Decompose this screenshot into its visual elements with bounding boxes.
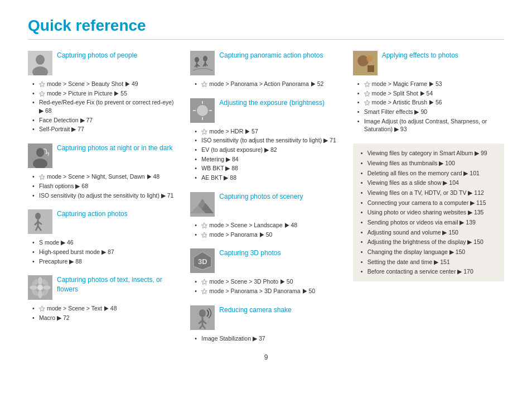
list-item: ⚝ mode > Scene > Landscape ▶ 48 (195, 221, 341, 229)
section-exposure: Adjusting the exposure (brightness) ⚝ mo… (190, 98, 341, 182)
svg-point-24 (195, 57, 199, 63)
section-people-items: ⚝ mode > Scene > Beauty Shot ▶ 49 ⚝ mode… (28, 80, 179, 133)
section-exposure-items: ⚝ mode > HDR ▶ 57 ISO sensitivity (to ad… (190, 127, 341, 182)
svg-point-14 (37, 285, 43, 290)
list-item: ⚝ mode > Scene > Beauty Shot ▶ 49 (32, 80, 179, 88)
section-3d-title: Capturing 3D photos (219, 248, 280, 258)
list-item: Viewing files as a slide show ▶ 104 (361, 179, 496, 187)
list-item: AE BKT ▶ 88 (195, 174, 341, 182)
section-3d-thumb: 3D (190, 248, 215, 273)
list-item: Deleting all files on the memory card ▶ … (361, 169, 496, 178)
list-item: Adjusting the brightness of the display … (361, 238, 496, 246)
section-effects-header: Applying effects to photos (353, 51, 504, 75)
info-box-list: Viewing files by category in Smart Album… (361, 149, 496, 276)
list-item: ⚝ mode > Panorama > 3D Panorama ▶ 50 (195, 287, 341, 295)
list-item: ⚝ mode > Scene > Night, Sunset, Dawn ▶ 4… (32, 173, 179, 181)
list-item: Viewing files on a TV, HDTV, or 3D TV ▶ … (361, 189, 496, 197)
svg-point-28 (203, 56, 207, 61)
section-shake: Reducing camera shake Image Stabilizatio… (190, 305, 341, 343)
list-item: ⚝ mode > Artistic Brush ▶ 56 (357, 98, 504, 107)
list-item: Viewing files as thumbnails ▶ 100 (361, 159, 496, 168)
section-3d: 3D Capturing 3D photos ⚝ mode > Scene > … (190, 248, 341, 295)
page-number: 9 (28, 353, 504, 361)
section-pano-header: Capturing panoramic action photos (190, 51, 341, 75)
section-effects-thumb (353, 51, 378, 75)
svg-rect-23 (190, 51, 215, 75)
section-night-title: Capturing photos at night or in the dark (57, 143, 172, 153)
list-item: Connecting your camera to a computer ▶ 1… (361, 199, 496, 207)
content-area: Capturing photos of people ⚝ mode > Scen… (28, 51, 504, 342)
list-item: Precapture ▶ 88 (32, 257, 179, 266)
section-pano: Capturing panoramic action photos ⚝ mode… (190, 51, 341, 88)
section-scenery-items: ⚝ mode > Scene > Landscape ▶ 48 ⚝ mode >… (190, 221, 341, 238)
column-1: Capturing photos of people ⚝ mode > Scen… (28, 51, 179, 322)
section-scenery-header: Capturing photos of scenery (190, 192, 341, 217)
section-flowers-header: Capturing photos of text, insects, or fl… (28, 275, 179, 300)
list-item: Red-eye/Red-eye Fix (to prevent or corre… (32, 98, 179, 114)
svg-point-18 (43, 285, 51, 290)
list-item: ⚝ mode > Scene > Text ▶ 48 (32, 304, 179, 313)
section-scenery: Capturing photos of scenery ⚝ mode > Sce… (190, 192, 341, 238)
list-item: Image Adjust (to adjust Contrast, Sharpn… (357, 117, 504, 133)
section-night: Capturing photos at night or in the dark… (28, 143, 179, 199)
list-item: High-speed burst mode ▶ 87 (32, 248, 179, 256)
section-pano-thumb (190, 51, 215, 75)
title-divider (28, 39, 504, 40)
list-item: Viewing files by category in Smart Album… (361, 149, 496, 157)
section-exposure-header: Adjusting the exposure (brightness) (190, 98, 341, 123)
list-item: Smart Filter effects ▶ 90 (357, 108, 504, 116)
svg-point-16 (38, 290, 42, 298)
section-shake-header: Reducing camera shake (190, 305, 341, 330)
list-item: ⚝ mode > Panorama > Action Panorama ▶ 52 (195, 80, 341, 88)
list-item: ISO sensitivity (to adjust the sensitivi… (195, 136, 341, 145)
section-people-title: Capturing photos of people (57, 51, 137, 60)
section-shake-title: Reducing camera shake (219, 305, 291, 315)
svg-text:3D: 3D (198, 257, 207, 266)
list-item: Face Detection ▶ 77 (32, 116, 179, 125)
list-item: ⚝ mode > Scene > 3D Photo ▶ 50 (195, 277, 341, 286)
list-item: WB BKT ▶ 88 (195, 164, 341, 173)
section-people-header: Capturing photos of people (28, 51, 179, 75)
section-flowers-title: Capturing photos of text, insects, or fl… (57, 275, 179, 294)
section-action-thumb (28, 209, 52, 234)
list-item: ⚝ mode > HDR ▶ 57 (195, 127, 341, 136)
section-shake-thumb (190, 305, 215, 330)
section-night-header: Capturing photos at night or in the dark (28, 143, 179, 168)
list-item: Using photo or video sharing websites ▶ … (361, 208, 496, 217)
section-people-thumb (28, 51, 52, 75)
section-3d-header: 3D Capturing 3D photos (190, 248, 341, 273)
page-title: Quick reference (28, 17, 504, 35)
section-action-title: Capturing action photos (57, 209, 128, 219)
list-item: ⚝ mode > Magic Frame ▶ 53 (357, 80, 504, 88)
section-pano-title: Capturing panoramic action photos (219, 51, 323, 60)
svg-point-55 (366, 55, 373, 62)
list-item: Image Stabilization ▶ 37 (195, 334, 341, 343)
section-night-thumb (28, 143, 52, 168)
section-people: Capturing photos of people ⚝ mode > Scen… (28, 51, 179, 133)
list-item: Adjusting sound and volume ▶ 150 (361, 228, 496, 237)
list-item: ISO sensitivity (to adjust the sensitivi… (32, 192, 179, 200)
section-effects: Applying effects to photos ⚝ mode > Magi… (353, 51, 504, 133)
section-exposure-title: Adjusting the exposure (brightness) (219, 98, 325, 108)
section-night-items: ⚝ mode > Scene > Night, Sunset, Dawn ▶ 4… (28, 173, 179, 199)
column-2: Capturing panoramic action photos ⚝ mode… (190, 51, 341, 342)
section-exposure-thumb (190, 98, 215, 123)
list-item: ⚝ mode > Split Shot ▶ 54 (357, 89, 504, 98)
list-item: Flash options ▶ 68 (32, 182, 179, 190)
svg-rect-54 (367, 65, 374, 72)
svg-point-4 (36, 148, 44, 157)
svg-point-46 (199, 309, 206, 317)
list-item: Metering ▶ 84 (195, 155, 341, 164)
column-3: Applying effects to photos ⚝ mode > Magi… (353, 51, 504, 281)
section-action: Capturing action photos S mode ▶ 46 High… (28, 209, 179, 265)
list-item: ⚝ mode > Panorama ▶ 50 (195, 231, 341, 239)
section-shake-items: Image Stabilization ▶ 37 (190, 334, 341, 343)
section-action-header: Capturing action photos (28, 209, 179, 234)
list-item: ⚝ mode > Picture in Picture ▶ 55 (32, 89, 179, 98)
section-pano-items: ⚝ mode > Panorama > Action Panorama ▶ 52 (190, 80, 341, 88)
section-effects-items: ⚝ mode > Magic Frame ▶ 53 ⚝ mode > Split… (353, 80, 504, 133)
section-flowers-items: ⚝ mode > Scene > Text ▶ 48 Macro ▶ 72 (28, 304, 179, 322)
list-item: Sending photos or videos via email ▶ 139 (361, 218, 496, 227)
section-scenery-title: Capturing photos of scenery (219, 192, 303, 202)
svg-point-1 (36, 55, 45, 65)
